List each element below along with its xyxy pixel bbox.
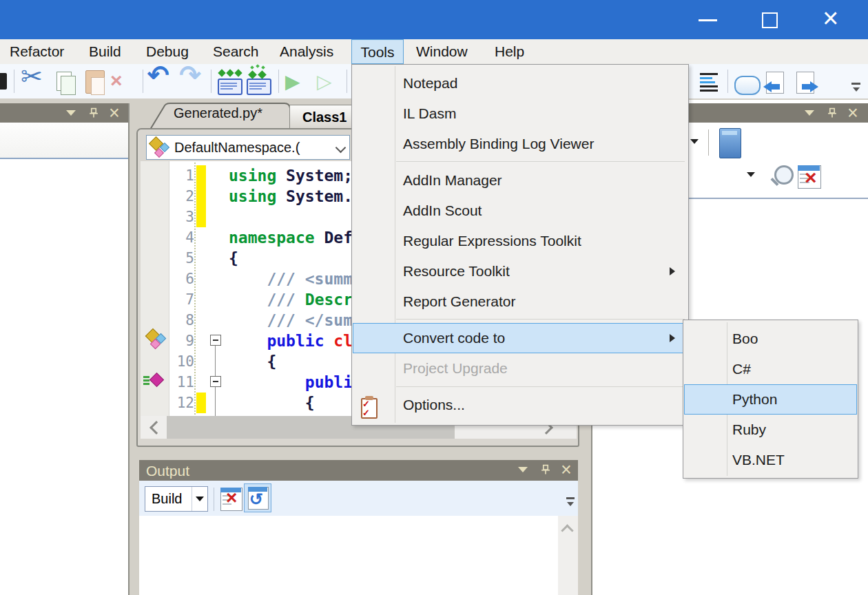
change-bar	[196, 393, 206, 413]
line-number: 9	[185, 331, 194, 351]
output-titlebar[interactable]	[139, 460, 578, 481]
menu-window[interactable]: Window	[408, 39, 476, 64]
left-panel-close-icon[interactable]: ×	[109, 104, 120, 122]
code-line: using System;	[229, 165, 353, 186]
output-title: Output	[146, 461, 189, 481]
menu-search[interactable]: Search	[205, 39, 267, 64]
menu-item-resource-toolkit[interactable]: Resource Toolkit	[403, 256, 510, 286]
comment-icon[interactable]	[218, 79, 242, 95]
menu-item-convert-code-to[interactable]: Convert code to	[403, 323, 505, 353]
line-number: 4	[185, 227, 194, 248]
code-line: namespace Def	[229, 227, 353, 248]
indent-icon[interactable]	[700, 73, 718, 75]
menu-item-assembly-binding-log-viewer[interactable]: Assembly Binding Log Viewer	[403, 129, 594, 159]
output-menu-icon[interactable]	[518, 467, 528, 472]
menu-item-project-upgrade[interactable]: Project Upgrade	[403, 353, 508, 384]
uncomment-icon[interactable]	[247, 79, 271, 95]
code-line: publi	[229, 372, 353, 393]
delete-icon[interactable]: ×	[110, 70, 123, 91]
line-number: 12	[177, 393, 194, 413]
code-line: /// Descr	[229, 289, 353, 310]
combo-dropdown-icon[interactable]	[690, 139, 699, 144]
code-line: public cl	[229, 331, 353, 351]
line-number: 6	[185, 269, 194, 289]
code-line: {	[229, 248, 238, 269]
convert-code-to-submenu-arrow-icon	[670, 334, 675, 342]
change-bar	[196, 186, 206, 207]
run-icon[interactable]: ▶	[285, 72, 300, 92]
minimize-button[interactable]	[699, 19, 717, 21]
left-panel-toolbar	[0, 123, 128, 158]
menu-item-regular-expressions-toolkit[interactable]: Regular Expressions Toolkit	[403, 226, 581, 256]
submenu-item-ruby[interactable]: Ruby	[732, 415, 766, 445]
menu-item-addin-scout[interactable]: AddIn Scout	[403, 196, 482, 226]
close-button[interactable]: ×	[823, 1, 838, 34]
right-panel-pin-icon[interactable]	[827, 107, 838, 118]
output-pin-icon[interactable]	[540, 464, 551, 475]
left-panel	[0, 103, 128, 595]
menu-build[interactable]: Build	[81, 39, 130, 64]
method-gutter-icon	[143, 376, 149, 378]
run-without-debugger-icon[interactable]: ▷	[317, 72, 332, 92]
cut-icon[interactable]: ✂	[21, 66, 43, 87]
line-number: 8	[185, 310, 194, 331]
menu-item-options[interactable]: Options...	[403, 390, 465, 420]
paste-paper	[91, 77, 105, 95]
change-bars	[196, 165, 206, 416]
change-bar	[196, 207, 206, 227]
output-overflow-icon[interactable]	[566, 497, 575, 499]
breakpoint-icon[interactable]	[734, 76, 761, 95]
search-icon[interactable]	[774, 165, 794, 185]
copy-icon-2	[61, 76, 76, 95]
output-close-icon[interactable]: ×	[561, 461, 572, 479]
fold-marker-method[interactable]	[210, 376, 221, 387]
search-combo-dropdown-icon[interactable]	[747, 172, 755, 177]
code-line: using System.	[229, 186, 353, 207]
tab-class1[interactable]: Class1	[289, 105, 361, 128]
line-number: 10	[177, 351, 194, 372]
menu-item-il-dasm[interactable]: IL Dasm	[403, 98, 456, 129]
left-panel-menu-icon[interactable]	[66, 110, 76, 116]
line-number: 11	[177, 372, 194, 393]
right-panel-menu-icon[interactable]	[805, 110, 814, 116]
menu-analysis[interactable]: Analysis	[271, 39, 342, 64]
line-number: 1	[185, 165, 194, 186]
code-line: {	[229, 351, 276, 372]
submenu-item-python[interactable]: Python	[732, 384, 777, 415]
output-category-label: Build	[152, 486, 182, 512]
menu-item-notepad[interactable]: Notepad	[403, 68, 457, 98]
output-combo-dropdown-icon[interactable]	[196, 497, 204, 501]
submenu-item-boo[interactable]: Boo	[732, 324, 758, 354]
code-line: {	[229, 393, 315, 413]
line-numbers: 123456789101112	[169, 165, 194, 416]
ide-window: × Refactor Build Debug Search Analysis T…	[0, 0, 868, 595]
tab-generated-py-label[interactable]: Generated.py*	[174, 105, 262, 121]
redo-icon[interactable]: ↷	[179, 65, 201, 85]
line-number: 2	[185, 186, 194, 207]
line-number: 3	[185, 207, 194, 227]
code-line: /// <summ	[229, 269, 353, 289]
line-number: 5	[185, 248, 194, 269]
submenu-item-vbnet[interactable]: VB.NET	[732, 445, 785, 475]
undo-icon[interactable]: ↶	[147, 65, 169, 85]
resource-toolkit-submenu-arrow-icon	[670, 267, 675, 275]
namespace-combo-text: DefaultNamespace.(	[174, 136, 300, 159]
code-line: /// </sum	[229, 310, 353, 331]
menu-refactor[interactable]: Refactor	[1, 39, 72, 64]
fold-marker-class[interactable]	[210, 335, 221, 346]
menu-help[interactable]: Help	[486, 39, 533, 64]
line-number: 7	[185, 289, 194, 310]
menu-tools[interactable]: Tools	[351, 39, 404, 64]
menu-item-report-generator[interactable]: Report Generator	[403, 286, 515, 317]
toolbar-overflow-icon[interactable]	[851, 83, 860, 85]
right-panel-close-icon[interactable]: ×	[847, 104, 858, 122]
change-bar	[196, 165, 206, 186]
menu-item-addin-manager[interactable]: AddIn Manager	[403, 165, 502, 196]
save-icon[interactable]	[0, 73, 7, 90]
maximize-button[interactable]	[762, 12, 778, 28]
left-panel-pin-icon[interactable]	[88, 107, 99, 118]
submenu-item-csharp[interactable]: C#	[732, 354, 751, 384]
title-bar[interactable]	[0, 0, 868, 39]
